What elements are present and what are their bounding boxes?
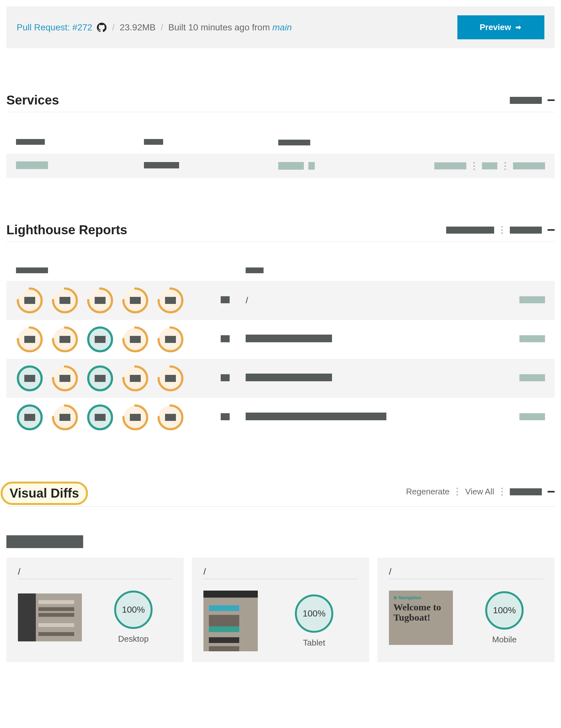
preview-button[interactable]: Preview [457,15,544,39]
header-meta: Pull Request: #272 / 23.92MB / Built 10 … [17,22,292,33]
service-action-redacted[interactable] [434,162,466,169]
score-circle [157,404,184,431]
collapse-icon[interactable] [548,99,555,101]
score-circle [16,365,43,392]
lighthouse-row [6,398,555,437]
score-value-redacted [59,297,70,304]
score-circle [51,326,79,353]
vd-action-redacted[interactable] [510,488,542,495]
separator: / [112,22,115,33]
score-value-redacted [165,336,176,343]
score-value-redacted [59,375,70,382]
visual-diffs-header: Visual Diffs Regenerate View All [6,482,555,507]
lh-action-redacted[interactable] [519,374,545,381]
score-value-redacted [59,336,70,343]
score-value-redacted [130,375,141,382]
visual-diff-card[interactable]: / 100% Tablet [192,558,369,662]
vd-card-path: / [203,567,358,579]
github-icon[interactable] [96,22,107,33]
vd-card-path: / [389,567,543,579]
pr-link[interactable]: Pull Request: #272 [17,22,92,33]
service-status-redacted [144,162,179,168]
score-value-redacted [165,414,176,421]
score-circle [16,287,43,314]
score-value-redacted [95,375,105,382]
score-circle [86,365,114,392]
services-action-redacted[interactable] [510,97,542,104]
lh-action-redacted[interactable] [446,227,494,234]
lighthouse-row [6,359,555,398]
score-circle [121,404,149,431]
score-value-redacted [165,375,176,382]
lighthouse-table: / [6,261,555,437]
branch-link[interactable]: main [272,22,292,32]
visual-diff-card[interactable]: / 100% Desktop [6,558,183,662]
service-name-redacted[interactable] [16,161,48,169]
score-value-redacted [130,297,141,304]
visual-diffs-title: Visual Diffs [10,486,79,500]
col-header-redacted [16,139,45,145]
lh-path: / [245,295,248,305]
score-value-redacted [130,336,141,343]
score-circle [16,404,43,431]
col-header-redacted [144,139,163,145]
more-icon[interactable] [455,488,459,496]
lighthouse-row [6,320,555,359]
lh-action-redacted[interactable] [519,296,545,303]
lighthouse-header: Lighthouse Reports [6,223,555,242]
score-value-redacted [24,414,35,421]
more-icon[interactable] [500,488,504,496]
lh-table-header [6,261,555,281]
lh-action-redacted[interactable] [510,227,542,234]
services-header: Services [6,93,555,112]
service-action-redacted[interactable] [513,162,545,169]
services-actions [510,97,555,104]
lh-path-redacted [245,335,332,342]
service-col-redacted [308,162,315,170]
lighthouse-row: / [6,281,555,320]
collapse-icon[interactable] [548,491,555,492]
vd-card-path: / [18,567,172,579]
vd-thumbnail[interactable]: ⊕ NavigationWelcome to Tugboat! [389,591,453,645]
score-circle [51,365,79,392]
more-icon[interactable] [500,226,504,234]
lighthouse-actions [446,226,555,234]
vd-similarity-score: 100% [114,591,152,629]
vd-meta-redacted [6,535,83,548]
score-value-redacted [24,336,35,343]
lighthouse-title: Lighthouse Reports [6,223,127,237]
vd-thumbnail[interactable] [203,591,258,651]
score-circle [157,365,184,392]
lh-icon-redacted [221,413,230,420]
lh-action-redacted[interactable] [519,335,545,342]
more-icon[interactable] [503,162,507,170]
service-action-redacted[interactable] [482,162,497,169]
services-table [6,131,555,178]
visual-diffs-title-highlight: Visual Diffs [1,482,88,505]
collapse-icon[interactable] [548,229,555,231]
visual-diff-card[interactable]: / ⊕ NavigationWelcome to Tugboat! 100% M… [378,558,555,662]
visual-diffs-actions: Regenerate View All [406,487,555,497]
score-value-redacted [95,297,105,304]
view-all-button[interactable]: View All [465,487,494,497]
score-circle [86,404,114,431]
more-icon[interactable] [472,162,476,170]
vd-device-label: Desktop [118,634,148,644]
service-row [6,154,555,178]
score-circle [121,287,149,314]
lh-action-redacted[interactable] [519,413,545,420]
score-value-redacted [95,336,105,343]
lh-icon-redacted [221,335,230,342]
score-value-redacted [165,297,176,304]
regenerate-button[interactable]: Regenerate [406,487,450,497]
lh-path-redacted [245,374,332,381]
score-value-redacted [24,375,35,382]
vd-thumbnail[interactable] [18,593,82,641]
lh-col-header-redacted [16,267,48,273]
build-size: 23.92MB [120,22,155,33]
vd-device-label: Tablet [303,638,325,648]
score-value-redacted [95,414,105,421]
services-table-header [6,131,555,154]
score-circle [121,365,149,392]
build-time: Built 10 minutes ago from main [168,22,292,33]
